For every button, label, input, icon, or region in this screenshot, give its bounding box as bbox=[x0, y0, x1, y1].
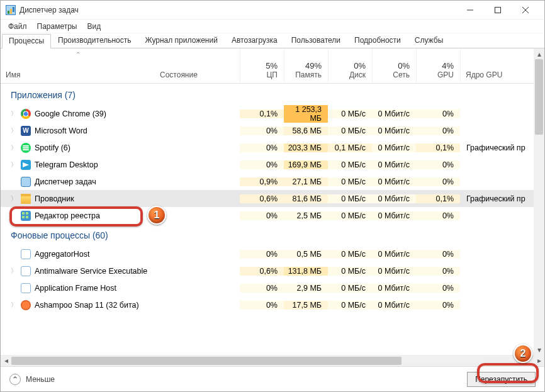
process-name: Диспетчер задач bbox=[35, 177, 96, 186]
gpu-cell: 0,1% bbox=[416, 143, 460, 152]
gpu-cell: 0% bbox=[416, 109, 460, 118]
close-button[interactable] bbox=[512, 1, 539, 19]
cpu-cell: 0% bbox=[240, 301, 284, 310]
process-row[interactable]: 〉 Application Frame Host 0% 2,9 МБ 0 МБ/… bbox=[1, 279, 544, 296]
tab-performance[interactable]: Производительность bbox=[51, 33, 138, 48]
app-icon bbox=[21, 249, 31, 259]
process-row[interactable]: 〉 Проводник 0,6% 81,6 МБ 0 МБ/с 0 Мбит/с… bbox=[1, 190, 544, 207]
task-manager-icon bbox=[6, 5, 16, 15]
gpu-engine-cell: Графический пр bbox=[460, 143, 544, 152]
cpu-cell: 0% bbox=[240, 126, 284, 135]
disk-cell: 0 МБ/с bbox=[328, 109, 372, 118]
chevron-right-icon[interactable]: 〉 bbox=[11, 109, 17, 118]
hscroll-thumb[interactable] bbox=[11, 357, 402, 365]
col-memory[interactable]: 49%Память bbox=[284, 48, 328, 83]
group-header[interactable]: Приложения (7) bbox=[1, 84, 544, 105]
tab-services[interactable]: Службы bbox=[408, 33, 450, 48]
col-gpu-engine[interactable]: Ядро GPU bbox=[460, 48, 544, 83]
chevron-right-icon[interactable]: 〉 bbox=[11, 267, 17, 276]
vertical-scrollbar[interactable]: ▴ ▾ bbox=[534, 48, 544, 355]
disk-cell: 0 МБ/с bbox=[328, 126, 372, 135]
process-row[interactable]: 〉 Telegram Desktop 0% 169,9 МБ 0 МБ/с 0 … bbox=[1, 156, 544, 173]
chevron-right-icon[interactable]: 〉 bbox=[11, 126, 17, 135]
disk-cell: 0 МБ/с bbox=[328, 211, 372, 220]
chevron-right-icon[interactable]: 〉 bbox=[11, 194, 17, 203]
process-name: Antimalware Service Executable bbox=[35, 267, 147, 276]
gpu-cell: 0% bbox=[416, 211, 460, 220]
menu-options[interactable]: Параметры bbox=[33, 21, 81, 31]
scroll-left-icon[interactable]: ◂ bbox=[1, 356, 11, 365]
memory-cell: 81,6 МБ bbox=[284, 194, 328, 203]
disk-cell: 0 МБ/с bbox=[328, 194, 372, 203]
scroll-down-icon[interactable]: ▾ bbox=[534, 344, 544, 355]
scroll-up-icon[interactable]: ▴ bbox=[534, 48, 544, 59]
process-name: AggregatorHost bbox=[35, 250, 90, 259]
app-icon bbox=[21, 177, 31, 187]
col-state[interactable]: Состояние bbox=[155, 48, 240, 83]
scroll-thumb[interactable] bbox=[535, 59, 543, 135]
network-cell: 0 Мбит/с bbox=[372, 143, 416, 152]
gpu-cell: 0% bbox=[416, 250, 460, 259]
process-row[interactable]: 〉 Ashampoo Snap 11 (32 бита) 0% 17,5 МБ … bbox=[1, 296, 544, 313]
memory-cell: 58,6 МБ bbox=[284, 126, 328, 135]
restart-button[interactable]: Перезапустить bbox=[467, 372, 536, 387]
network-cell: 0 Мбит/с bbox=[372, 301, 416, 310]
scroll-right-icon[interactable]: ▸ bbox=[534, 356, 544, 365]
app-icon bbox=[21, 143, 31, 153]
process-row[interactable]: 〉 Spotify (6) 0% 203,3 МБ 0,1 МБ/с 0 Мби… bbox=[1, 139, 544, 156]
process-name: Редактор реестра bbox=[35, 211, 100, 220]
memory-cell: 131,8 МБ bbox=[284, 267, 328, 276]
memory-cell: 27,1 МБ bbox=[284, 177, 328, 186]
minimize-button[interactable] bbox=[456, 1, 484, 19]
col-network[interactable]: 0%Сеть bbox=[372, 48, 416, 83]
column-headers[interactable]: ⌃ Имя Состояние 5%ЦП 49%Память 0%Диск 0%… bbox=[1, 48, 544, 84]
menu-file[interactable]: Файл bbox=[4, 21, 31, 31]
chevron-up-icon: ⌃ bbox=[9, 374, 21, 385]
fewer-details-toggle[interactable]: ⌃ Меньше bbox=[9, 374, 55, 385]
app-icon bbox=[21, 300, 31, 310]
tab-app-history[interactable]: Журнал приложений bbox=[138, 33, 225, 48]
col-cpu[interactable]: 5%ЦП bbox=[240, 48, 284, 83]
process-name: Ashampoo Snap 11 (32 бита) bbox=[35, 301, 139, 310]
group-header[interactable]: Фоновые процессы (60) bbox=[1, 224, 544, 245]
chevron-right-icon[interactable]: 〉 bbox=[11, 160, 17, 169]
col-disk[interactable]: 0%Диск bbox=[328, 48, 372, 83]
app-icon bbox=[21, 266, 31, 276]
process-row[interactable]: 〉 W Microsoft Word 0% 58,6 МБ 0 МБ/с 0 М… bbox=[1, 122, 544, 139]
tab-processes[interactable]: Процессы bbox=[2, 34, 51, 48]
process-row[interactable]: 〉 Редактор реестра 0% 2,5 МБ 0 МБ/с 0 Мб… bbox=[1, 207, 544, 224]
gpu-cell: 0% bbox=[416, 284, 460, 293]
tab-details[interactable]: Подробности bbox=[347, 33, 408, 48]
gpu-cell: 0,1% bbox=[416, 194, 460, 203]
network-cell: 0 Мбит/с bbox=[372, 126, 416, 135]
disk-cell: 0 МБ/с bbox=[328, 301, 372, 310]
chevron-right-icon[interactable]: 〉 bbox=[11, 143, 17, 152]
titlebar: Диспетчер задач bbox=[1, 1, 544, 20]
process-row[interactable]: 〉 AggregatorHost 0% 0,5 МБ 0 МБ/с 0 Мбит… bbox=[1, 245, 544, 262]
sort-indicator-icon: ⌃ bbox=[76, 51, 81, 58]
process-table: ⌃ Имя Состояние 5%ЦП 49%Память 0%Диск 0%… bbox=[1, 48, 544, 355]
process-row[interactable]: 〉 Диспетчер задач 0,9% 27,1 МБ 0 МБ/с 0 … bbox=[1, 173, 544, 190]
app-icon bbox=[21, 283, 31, 293]
svg-rect-1 bbox=[495, 7, 501, 13]
disk-cell: 0 МБ/с bbox=[328, 250, 372, 259]
tab-startup[interactable]: Автозагрузка bbox=[225, 33, 284, 48]
tab-users[interactable]: Пользователи bbox=[284, 33, 347, 48]
network-cell: 0 Мбит/с bbox=[372, 250, 416, 259]
network-cell: 0 Мбит/с bbox=[372, 267, 416, 276]
col-gpu[interactable]: 4%GPU bbox=[416, 48, 460, 83]
app-icon: W bbox=[21, 126, 31, 136]
process-name: Microsoft Word bbox=[35, 126, 87, 135]
chevron-right-icon[interactable]: 〉 bbox=[11, 301, 17, 310]
app-icon bbox=[21, 194, 31, 204]
menu-view[interactable]: Вид bbox=[83, 21, 104, 31]
process-name: Application Frame Host bbox=[35, 284, 116, 293]
maximize-button[interactable] bbox=[484, 1, 512, 19]
process-name: Google Chrome (39) bbox=[35, 109, 106, 118]
process-row[interactable]: 〉 Antimalware Service Executable 0,6% 13… bbox=[1, 262, 544, 279]
network-cell: 0 Мбит/с bbox=[372, 109, 416, 118]
process-row[interactable]: 〉 Google Chrome (39) 0,1% 1 253,3 МБ 0 М… bbox=[1, 105, 544, 122]
memory-cell: 0,5 МБ bbox=[284, 250, 328, 259]
col-name[interactable]: ⌃ Имя bbox=[1, 48, 155, 83]
horizontal-scrollbar[interactable]: ◂ ▸ bbox=[1, 355, 544, 366]
